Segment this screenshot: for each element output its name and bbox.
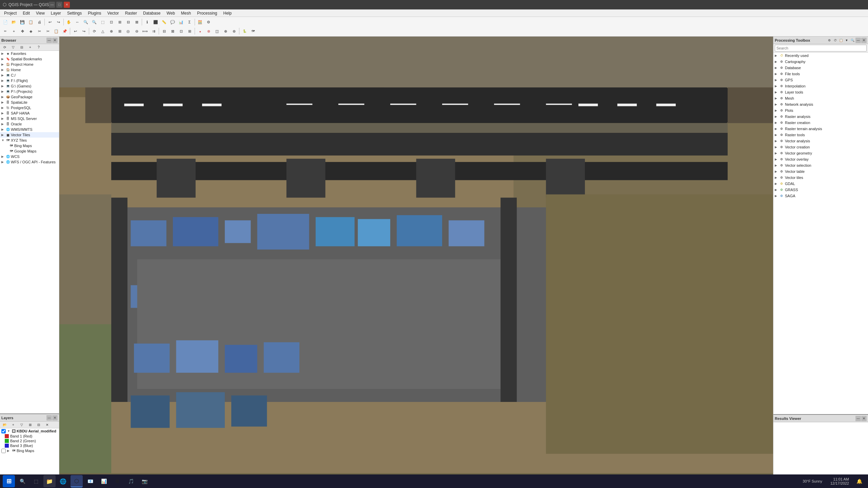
toolbox-settings-btn[interactable]: ⚙ xyxy=(827,38,832,43)
select-feature-button[interactable]: ⬛ xyxy=(152,18,160,26)
offset-btn[interactable]: ⇉ xyxy=(150,27,158,35)
taskbar-btn-5[interactable]: 📊 xyxy=(98,475,110,487)
toolbox-item-recently-used[interactable]: ▶ ⏱ Recently used xyxy=(773,53,868,59)
toolbox-search-btn[interactable]: 🔍 xyxy=(850,38,855,43)
menu-help[interactable]: Help xyxy=(221,10,235,16)
toolbox-item-vector-selection[interactable]: ▶ ⚙ Vector selection xyxy=(773,162,868,168)
zoom-in-button[interactable]: 🔍 xyxy=(82,18,90,26)
toolbox-item-vector-table[interactable]: ▶ ⚙ Vector table xyxy=(773,168,868,175)
menu-settings[interactable]: Settings xyxy=(64,10,84,16)
browser-collapse-all-btn[interactable]: ⊟ xyxy=(18,43,26,52)
browser-help-btn[interactable]: ? xyxy=(35,43,43,52)
results-close-btn[interactable]: ✕ xyxy=(861,416,867,421)
open-project-button[interactable]: 📂 xyxy=(10,18,18,26)
toolbox-item-vector-overlay[interactable]: ▶ ⚙ Vector overlay xyxy=(773,156,868,162)
save-as-button[interactable]: 📋 xyxy=(27,18,35,26)
add-ring-btn[interactable]: ⊕ xyxy=(107,27,115,35)
zoom-selected-button[interactable]: ⊟ xyxy=(124,18,132,26)
browser-item-f[interactable]: ▶ 💻 F:\ (Flight) xyxy=(0,78,59,83)
zoom-full-button[interactable]: ⊡ xyxy=(107,18,115,26)
zoom-native-button[interactable]: ⊠ xyxy=(133,18,141,26)
attribute-table-button[interactable]: 📊 xyxy=(177,18,185,26)
browser-item-google-maps[interactable]: 🗺 Google Maps xyxy=(0,148,59,154)
save-project-button[interactable]: 💾 xyxy=(18,18,26,26)
toolbox-item-vector-tiles[interactable]: ▶ ⚙ Vector tiles xyxy=(773,175,868,181)
browser-item-g[interactable]: ▶ 💻 G:\ (Games) xyxy=(0,83,59,89)
pan-map-arrow[interactable]: ↔ xyxy=(73,18,81,26)
menu-view[interactable]: View xyxy=(33,10,47,16)
add-feature-btn[interactable]: + xyxy=(10,27,18,35)
layers-collapse-all-btn[interactable]: ⊟ xyxy=(35,421,43,429)
layers-expand-btn[interactable]: ⊞ xyxy=(26,421,34,429)
toolbox-item-gps[interactable]: ▶ ⚙ GPS xyxy=(773,77,868,83)
browser-item-spatialite[interactable]: ▶ 🗄 SpatiaLite xyxy=(0,100,59,105)
results-collapse-btn[interactable]: — xyxy=(855,416,861,421)
toolbox-item-cartography[interactable]: ▶ ⚙ Cartography xyxy=(773,59,868,65)
menu-database[interactable]: Database xyxy=(140,10,163,16)
browser-filter-btn[interactable]: ▽ xyxy=(9,43,17,52)
taskbar-btn-6[interactable]: ⚙ xyxy=(111,475,123,487)
topological-btn[interactable]: ◫ xyxy=(213,27,221,35)
toolbox-item-interpolation[interactable]: ▶ ⚙ Interpolation xyxy=(773,83,868,89)
taskbar-qgis-btn[interactable]: ⬡ xyxy=(71,475,83,487)
map-canvas[interactable] xyxy=(59,37,773,482)
browser-item-favorites[interactable]: ▶ ★ Favorites xyxy=(0,51,59,56)
browser-collapse-btn[interactable]: — xyxy=(46,38,52,43)
layers-close-btn[interactable]: ✕ xyxy=(52,415,58,421)
taskbar-chrome-btn[interactable]: 🌐 xyxy=(57,475,69,487)
menu-processing[interactable]: Processing xyxy=(194,10,220,16)
toolbox-item-vector-creation[interactable]: ▶ ⚙ Vector creation xyxy=(773,144,868,150)
undo-edits-btn[interactable]: ↩ xyxy=(71,27,79,35)
delete-selected-btn[interactable]: ✂ xyxy=(35,27,43,35)
snapping-on-intersections-btn[interactable]: ⊕ xyxy=(221,27,230,35)
toolbox-item-raster-tools[interactable]: ▶ ⚙ Raster tools xyxy=(773,132,868,138)
toolbox-item-layer-tools[interactable]: ▶ ⚙ Layer tools xyxy=(773,89,868,95)
layer-bing-checkbox[interactable] xyxy=(1,449,6,453)
toolbox-options-btn[interactable]: ▼ xyxy=(844,38,849,43)
maximize-button[interactable]: □ xyxy=(56,2,62,8)
identify-3d-btn[interactable]: ⬥ xyxy=(196,27,204,35)
browser-item-wms[interactable]: ▶ 🌐 WMS/WMTS xyxy=(0,127,59,132)
redo-button[interactable]: ↪ xyxy=(54,18,62,26)
snapping-btn[interactable]: ⊗ xyxy=(204,27,213,35)
browser-item-mssql[interactable]: ▶ 🗄 MS SQL Server xyxy=(0,116,59,121)
statistics-button[interactable]: Σ xyxy=(185,18,194,26)
python-console-btn[interactable]: 🐍 xyxy=(240,27,249,35)
menu-vector[interactable]: Vector xyxy=(105,10,122,16)
toolbox-results-btn[interactable]: 📋 xyxy=(838,38,844,43)
layer-band2[interactable]: Band 2 (Green) xyxy=(0,439,59,443)
taskbar-notification-btn[interactable]: 🔔 xyxy=(853,475,865,487)
zoom-layer-button[interactable]: ⊞ xyxy=(116,18,124,26)
field-calc-button[interactable]: 🧮 xyxy=(196,18,204,26)
layers-add-group-btn[interactable]: + xyxy=(9,421,17,429)
browser-item-vector-tiles[interactable]: ▶ ◼ Vector Tiles xyxy=(0,132,59,138)
toolbox-item-mesh[interactable]: ▶ ⚙ Mesh xyxy=(773,95,868,101)
menu-edit[interactable]: Edit xyxy=(20,10,33,16)
toolbox-item-vector-geometry[interactable]: ▶ ⚙ Vector geometry xyxy=(773,150,868,156)
browser-item-oracle[interactable]: ▶ 🗄 Oracle xyxy=(0,121,59,127)
snap-layer-btn[interactable]: ⊛ xyxy=(230,27,238,35)
fill-ring-btn[interactable]: ◎ xyxy=(124,27,132,35)
toolbox-history-btn[interactable]: ⏱ xyxy=(832,38,838,43)
toolbox-item-saga[interactable]: ▶ ⚙ SAGA xyxy=(773,193,868,199)
add-part-btn[interactable]: ⊞ xyxy=(116,27,124,35)
copy-features-btn[interactable]: 📋 xyxy=(52,27,60,35)
processing-toolbox-button[interactable]: ⚙ xyxy=(204,18,213,26)
browser-item-geopackage[interactable]: ▶ 📦 GeoPackage xyxy=(0,94,59,100)
split-parts-btn[interactable]: ⊠ xyxy=(169,27,177,35)
browser-item-project-home[interactable]: ▶ 🏠 Project Home xyxy=(0,62,59,67)
toolbox-item-grass[interactable]: ▶ ⚙ GRASS xyxy=(773,187,868,193)
taskbar-btn-7[interactable]: 🎵 xyxy=(125,475,137,487)
browser-refresh-btn[interactable]: ⟳ xyxy=(1,43,9,52)
menu-web[interactable]: Web xyxy=(164,10,177,16)
menu-raster[interactable]: Raster xyxy=(122,10,140,16)
taskbar-task-view-btn[interactable]: ⬚ xyxy=(30,475,42,487)
merge-attr-btn[interactable]: ⊞ xyxy=(185,27,194,35)
browser-add-btn[interactable]: + xyxy=(26,43,34,52)
undo-button[interactable]: ↩ xyxy=(46,18,54,26)
toolbox-item-network-analysis[interactable]: ▶ ⚙ Network analysis xyxy=(773,101,868,107)
toolbox-item-file-tools[interactable]: ▶ ⚙ File tools xyxy=(773,71,868,77)
zoom-rubber-band[interactable]: ⬚ xyxy=(99,18,107,26)
rotate-btn[interactable]: ⟳ xyxy=(90,27,98,35)
browser-item-sap-hana[interactable]: ▶ 🗄 SAP HANA xyxy=(0,110,59,116)
